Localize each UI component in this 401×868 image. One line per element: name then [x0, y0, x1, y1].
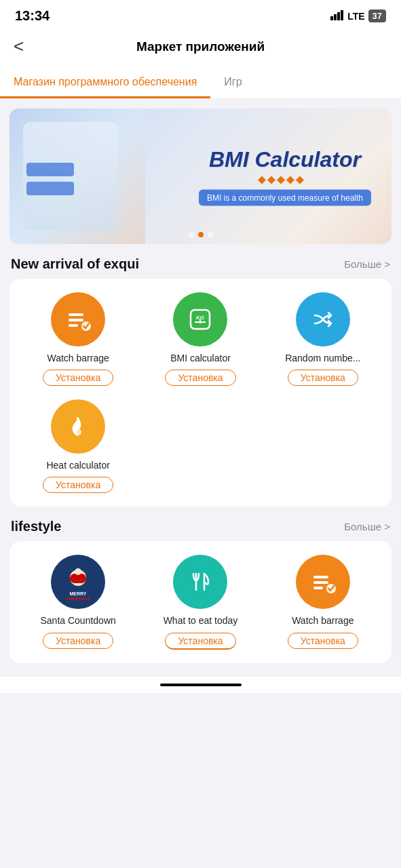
back-button[interactable]: < — [14, 36, 24, 57]
svg-marker-4 — [258, 176, 266, 184]
new-arrival-title: New arrival of exqui — [11, 256, 139, 272]
battery-badge: 37 — [368, 9, 386, 22]
status-bar: 13:34 LTE 37 — [0, 0, 401, 29]
lte-label: LTE — [347, 11, 364, 22]
svg-point-17 — [75, 429, 81, 435]
lifestyle-title: lifestyle — [11, 519, 61, 534]
svg-rect-10 — [69, 319, 83, 321]
lifestyle-grid: MERRY CHRISTMAS Santa Countdown Установк… — [20, 555, 381, 649]
new-arrival-section-header: New arrival of exqui Больше > — [0, 244, 401, 279]
page-title: Маркет приложений — [136, 39, 265, 54]
tabs-container: Магазин программного обеспечения Игр — [0, 68, 401, 99]
watch-barrage-icon — [51, 292, 105, 347]
lifestyle-grid-card: MERRY CHRISTMAS Santa Countdown Установк… — [9, 541, 392, 663]
banner: BMI Calculator BMI is a commonly used me… — [9, 108, 392, 244]
random-number-icon — [296, 292, 350, 347]
random-number-name: Random numbe... — [285, 352, 360, 364]
bmi-calculator-name: BMI calculator — [170, 352, 231, 364]
svg-text:CHRISTMAS: CHRISTMAS — [66, 597, 90, 601]
svg-rect-3 — [341, 10, 343, 20]
svg-marker-7 — [286, 176, 294, 184]
banner-content: BMI Calculator BMI is a commonly used me… — [199, 147, 371, 206]
lifestyle-section-header: lifestyle Больше > — [0, 507, 401, 541]
svg-rect-26 — [313, 576, 328, 578]
svg-rect-20 — [70, 574, 86, 583]
santa-countdown-name: Santa Countdown — [41, 614, 116, 627]
dot-3 — [208, 232, 213, 237]
heat-calculator-name: Heat calculator — [46, 459, 109, 471]
watch-barrage-lifestyle-name: Watch barrage — [292, 614, 354, 627]
bmi-calculator-icon: KG — [173, 292, 227, 347]
home-indicator — [160, 684, 242, 686]
banner-subtitle: BMI is a commonly used measure of health — [199, 190, 371, 206]
random-number-install-btn[interactable]: Установка — [288, 370, 358, 386]
app-item-santa-countdown[interactable]: MERRY CHRISTMAS Santa Countdown Установк… — [20, 555, 136, 649]
svg-point-21 — [75, 568, 81, 575]
watch-barrage-lifestyle-icon — [296, 555, 350, 609]
new-arrival-more[interactable]: Больше > — [344, 258, 390, 270]
watch-barrage-lifestyle-install-btn[interactable]: Установка — [288, 633, 358, 649]
status-right: LTE 37 — [330, 9, 386, 22]
santa-countdown-install-btn[interactable]: Установка — [43, 633, 113, 649]
dot-2 — [198, 232, 204, 237]
what-to-eat-icon — [173, 555, 227, 609]
app-item-random-number[interactable]: Random numbe... Установка — [265, 292, 381, 386]
watch-barrage-install-btn[interactable]: Установка — [43, 370, 113, 386]
watch-barrage-name: Watch barrage — [47, 352, 109, 364]
app-item-what-to-eat[interactable]: What to eat today Установка — [142, 555, 258, 649]
svg-text:MERRY: MERRY — [70, 591, 87, 596]
banner-title: BMI Calculator — [199, 147, 371, 172]
svg-rect-27 — [313, 581, 328, 584]
banner-dots — [189, 232, 213, 237]
app-item-heat-calculator[interactable]: Heat calculator Установка — [20, 399, 136, 493]
what-to-eat-install-btn[interactable]: Установка — [165, 633, 235, 650]
status-time: 13:34 — [15, 8, 50, 24]
app-item-watch-barrage[interactable]: Watch barrage Установка — [20, 292, 136, 386]
bottom-bar — [0, 677, 401, 693]
heat-calculator-install-btn[interactable]: Установка — [43, 477, 113, 493]
svg-marker-6 — [277, 176, 285, 184]
svg-rect-9 — [69, 313, 83, 316]
bmi-calculator-install-btn[interactable]: Установка — [165, 370, 235, 386]
new-arrival-grid-card: Watch barrage Установка KG BMI calculato… — [9, 279, 392, 507]
lifestyle-more[interactable]: Больше > — [344, 521, 390, 532]
dot-1 — [189, 232, 194, 237]
heat-calculator-icon — [51, 399, 105, 454]
svg-rect-1 — [334, 14, 337, 20]
svg-rect-2 — [337, 12, 340, 20]
signal-bars-icon — [330, 9, 344, 22]
svg-rect-28 — [313, 587, 323, 589]
header: < Маркет приложений — [0, 29, 401, 68]
tab-software[interactable]: Магазин программного обеспечения — [0, 68, 210, 98]
tab-games[interactable]: Игр — [210, 68, 255, 98]
app-item-bmi-calculator[interactable]: KG BMI calculator Установка — [142, 292, 258, 386]
svg-rect-11 — [69, 324, 78, 327]
new-arrival-grid: Watch barrage Установка KG BMI calculato… — [20, 292, 381, 493]
what-to-eat-name: What to eat today — [164, 614, 238, 627]
svg-marker-5 — [267, 176, 275, 184]
svg-marker-8 — [296, 176, 304, 184]
svg-rect-0 — [330, 16, 333, 20]
santa-countdown-icon: MERRY CHRISTMAS — [51, 555, 105, 609]
app-item-watch-barrage-lifestyle[interactable]: Watch barrage Установка — [265, 555, 381, 649]
